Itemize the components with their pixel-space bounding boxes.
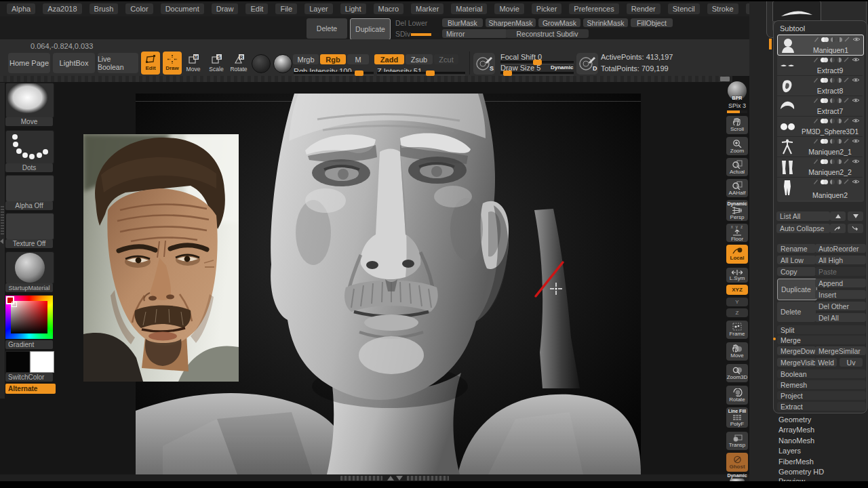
secondary-color-swatch[interactable]: [30, 351, 54, 373]
edit-mode-button[interactable]: Edit: [141, 52, 160, 75]
polypaint-brush-icon[interactable]: [814, 37, 819, 42]
spix-slider[interactable]: [727, 110, 747, 113]
pen-icon[interactable]: [844, 179, 850, 184]
delete-button[interactable]: Delete: [307, 18, 347, 39]
menu-alpha[interactable]: Alpha: [7, 3, 35, 14]
menu-file[interactable]: File: [275, 3, 297, 14]
reference-photo[interactable]: [83, 134, 239, 382]
half-shade-icon[interactable]: [831, 37, 835, 42]
collapse-next-button[interactable]: [848, 224, 863, 233]
dynamic-draw-size-toggle[interactable]: Dynamic: [551, 64, 573, 70]
actual-button[interactable]: Actual: [726, 158, 748, 176]
project-section[interactable]: Project: [777, 391, 866, 400]
switchcolor-button[interactable]: SwitchColor: [5, 373, 53, 382]
del-other-button[interactable]: Del Other: [815, 302, 866, 310]
growmask-button[interactable]: GrowMask: [538, 18, 580, 27]
remesh-section[interactable]: Remesh: [777, 380, 866, 389]
contrast-icon[interactable]: [837, 180, 842, 184]
subtool-header[interactable]: Subtool: [780, 24, 805, 33]
shrinkmask-button[interactable]: ShrinkMask: [583, 18, 628, 27]
zadd-button[interactable]: Zadd: [374, 54, 404, 64]
collapse-prev-button[interactable]: [830, 224, 846, 233]
mergedown-button[interactable]: MergeDown: [777, 346, 816, 355]
auto-collapse-button[interactable]: Auto Collapse: [776, 224, 830, 233]
menu-layer[interactable]: Layer: [304, 3, 333, 14]
arraymesh-palette[interactable]: ArrayMesh: [778, 426, 814, 434]
shaded-icon2[interactable]: [823, 98, 828, 103]
polyf-button[interactable]: Line Fill PolyF: [726, 407, 748, 428]
axis-y-button[interactable]: Y: [726, 298, 748, 306]
mergevisible-button[interactable]: MergeVisible: [777, 358, 816, 367]
geometry-hd-palette[interactable]: Geometry HD: [778, 468, 824, 476]
scroll-button[interactable]: Scroll: [726, 116, 748, 134]
subtool-row-maniquen2-1[interactable]: Maniquen2_1: [777, 137, 863, 157]
rgb-intensity-slider[interactable]: [294, 72, 374, 75]
eye-icon[interactable]: [852, 159, 860, 164]
current-material-thumbnail[interactable]: [273, 54, 292, 73]
polypaint-brush-icon[interactable]: [813, 138, 818, 144]
eye-icon[interactable]: [852, 98, 860, 103]
sv-selector[interactable]: [12, 302, 17, 307]
autoreorder-button[interactable]: AutoReorder: [815, 244, 866, 253]
contrast-icon[interactable]: [837, 139, 842, 144]
main-color-swatch[interactable]: [5, 351, 30, 373]
half-shade-icon[interactable]: [830, 119, 835, 123]
canvas-hscrollbar[interactable]: [0, 76, 732, 82]
shaded-icon2[interactable]: [823, 58, 828, 62]
zsub-button[interactable]: Zsub: [406, 54, 433, 64]
polypaint-brush-icon[interactable]: [813, 77, 818, 83]
insert-button[interactable]: Insert: [815, 290, 866, 299]
local-button[interactable]: Local: [726, 245, 748, 264]
bpr-button[interactable]: BPR: [726, 81, 748, 101]
z-intensity-slider[interactable]: [377, 72, 465, 75]
nanomesh-palette[interactable]: NanoMesh: [778, 436, 814, 445]
subtool-row-pm3d-sphere[interactable]: PM3D_Sphere3D1: [777, 117, 863, 137]
contrast-icon[interactable]: [837, 37, 842, 42]
list-all-button[interactable]: List All: [776, 211, 830, 221]
current-brush-button[interactable]: [5, 83, 54, 118]
rgb-intensity-thumb[interactable]: [355, 70, 363, 76]
eye-icon[interactable]: [852, 57, 860, 62]
shaded-icon2[interactable]: [824, 37, 829, 42]
pen-icon[interactable]: [844, 159, 850, 164]
pen-icon[interactable]: [844, 138, 850, 144]
blurmask-button[interactable]: BlurMask: [442, 18, 483, 27]
move-mode-button[interactable]: M Move: [183, 52, 203, 75]
live-boolean-button[interactable]: Live Boolean: [98, 53, 138, 73]
subtool-row-extract9[interactable]: Extract9: [777, 56, 863, 76]
bottom-scroll-right[interactable]: [407, 476, 449, 481]
xyz-button[interactable]: XYZ: [726, 285, 748, 295]
fillobject-button[interactable]: FillObject: [631, 18, 673, 27]
move-view-button[interactable]: Move: [726, 342, 748, 361]
layers-palette[interactable]: Layers: [778, 447, 801, 455]
mirror-button[interactable]: Mirror: [442, 29, 507, 38]
frame-button[interactable]: Frame: [726, 321, 748, 339]
half-shade-icon[interactable]: [830, 139, 835, 144]
transp-button[interactable]: Transp: [726, 432, 748, 450]
eye-icon[interactable]: [852, 37, 861, 42]
ghost-button[interactable]: Ghost: [726, 453, 748, 472]
shaded-icon2[interactable]: [823, 159, 828, 164]
all-low-button[interactable]: All Low: [777, 256, 816, 264]
zoom3d-button[interactable]: Zoom3D: [726, 364, 748, 382]
duplicate-subtool-button[interactable]: Duplicate: [777, 279, 817, 300]
half-shade-icon[interactable]: [830, 180, 835, 184]
rgb-button[interactable]: Rgb: [320, 54, 346, 64]
contrast-icon[interactable]: [837, 119, 842, 123]
sharpenmask-button[interactable]: SharpenMask: [486, 18, 536, 27]
contrast-icon[interactable]: [837, 159, 842, 164]
menu-stroke[interactable]: Stroke: [707, 3, 738, 14]
divider-collapse-icon[interactable]: [0, 239, 3, 244]
alternate-button[interactable]: Alternate: [5, 384, 56, 394]
half-shade-icon[interactable]: [830, 58, 835, 62]
floor-button[interactable]: x y z Floor: [726, 224, 748, 242]
split-section[interactable]: Split: [777, 325, 866, 334]
delete-subtool-button[interactable]: Delete: [777, 302, 816, 322]
current-texture-button[interactable]: [5, 213, 54, 240]
boolean-section[interactable]: Boolean: [777, 369, 866, 378]
draw-size-thumb[interactable]: [503, 70, 512, 76]
scroll-up-icon[interactable]: [387, 476, 394, 481]
menu-brush[interactable]: Brush: [90, 3, 119, 14]
current-material-button[interactable]: [5, 251, 54, 284]
merge-section[interactable]: Merge: [777, 336, 866, 344]
